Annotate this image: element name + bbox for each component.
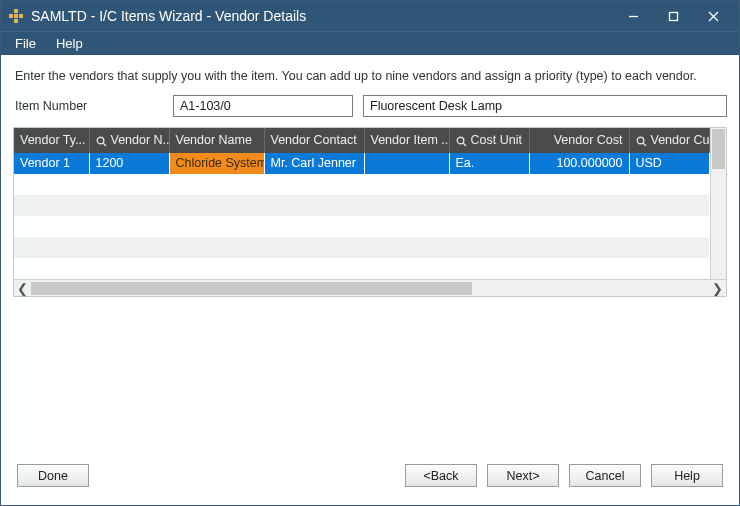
horizontal-scrollbar[interactable]: ❮ ❯	[14, 279, 726, 296]
col-vendor-number[interactable]: Vendor N...	[89, 128, 169, 153]
col-cost-unit[interactable]: Cost Unit	[449, 128, 529, 153]
maximize-button[interactable]	[653, 1, 693, 31]
search-icon	[636, 134, 647, 148]
svg-line-9	[643, 143, 646, 146]
help-button[interactable]: Help	[651, 464, 723, 487]
item-number-field[interactable]	[173, 95, 353, 117]
menu-bar: File Help	[1, 31, 739, 55]
col-vendor-item[interactable]: Vendor Item ...	[364, 128, 449, 153]
svg-point-8	[637, 137, 644, 144]
close-button[interactable]	[693, 1, 733, 31]
search-icon	[456, 134, 467, 148]
svg-line-7	[463, 143, 466, 146]
col-vendor-currency[interactable]: Vendor Cu...	[629, 128, 709, 153]
table-row[interactable]	[14, 195, 709, 216]
svg-point-4	[97, 137, 104, 144]
vendor-grid: Vendor Ty... Vendor N... Vendor Name Ven…	[13, 127, 727, 297]
table-row[interactable]	[14, 258, 709, 279]
vertical-scrollbar[interactable]	[710, 128, 727, 279]
svg-rect-1	[669, 12, 677, 20]
back-button[interactable]: <Back	[405, 464, 477, 487]
spacer	[99, 464, 395, 487]
col-vendor-contact[interactable]: Vendor Contact	[264, 128, 364, 153]
cell-vendor-contact[interactable]: Mr. Carl Jenner	[264, 153, 364, 174]
table-row[interactable]	[14, 216, 709, 237]
svg-line-5	[103, 143, 106, 146]
table-row[interactable]	[14, 174, 709, 195]
menu-file[interactable]: File	[5, 33, 46, 54]
button-bar: Done <Back Next> Cancel Help	[13, 454, 727, 497]
col-vendor-type[interactable]: Vendor Ty...	[14, 128, 89, 153]
intro-text: Enter the vendors that supply you with t…	[13, 65, 727, 93]
content-area: Enter the vendors that supply you with t…	[1, 55, 739, 505]
cell-vendor-type[interactable]: Vendor 1	[14, 153, 89, 174]
cell-cost-unit[interactable]: Ea.	[449, 153, 529, 174]
scroll-right-icon[interactable]: ❯	[709, 280, 726, 297]
col-vendor-cost[interactable]: Vendor Cost	[529, 128, 629, 153]
item-number-label: Item Number	[13, 99, 163, 113]
cancel-button[interactable]: Cancel	[569, 464, 641, 487]
cell-vendor-number[interactable]: 1200	[89, 153, 169, 174]
menu-help[interactable]: Help	[46, 33, 93, 54]
spacer	[13, 297, 727, 454]
cell-vendor-name[interactable]: Chloride Systems	[169, 153, 264, 174]
cell-vendor-cost[interactable]: 100.000000	[529, 153, 629, 174]
window-controls	[613, 1, 733, 31]
minimize-button[interactable]	[613, 1, 653, 31]
window-title: SAMLTD - I/C Items Wizard - Vendor Detai…	[31, 8, 613, 24]
search-icon	[96, 134, 107, 148]
item-description-field[interactable]	[363, 95, 727, 117]
item-number-row: Item Number	[13, 93, 727, 125]
title-bar[interactable]: SAMLTD - I/C Items Wizard - Vendor Detai…	[1, 1, 739, 31]
scroll-left-icon[interactable]: ❮	[14, 280, 31, 297]
col-vendor-name[interactable]: Vendor Name	[169, 128, 264, 153]
vendor-table[interactable]: Vendor Ty... Vendor N... Vendor Name Ven…	[14, 128, 710, 279]
table-row[interactable]	[14, 237, 709, 258]
next-button[interactable]: Next>	[487, 464, 559, 487]
done-button[interactable]: Done	[17, 464, 89, 487]
scrollbar-track[interactable]	[31, 281, 709, 296]
wizard-window: SAMLTD - I/C Items Wizard - Vendor Detai…	[0, 0, 740, 506]
cell-vendor-item[interactable]	[364, 153, 449, 174]
app-icon	[9, 9, 23, 23]
scrollbar-thumb[interactable]	[31, 282, 472, 295]
table-header-row: Vendor Ty... Vendor N... Vendor Name Ven…	[14, 128, 709, 153]
svg-point-6	[457, 137, 464, 144]
cell-vendor-currency[interactable]: USD	[629, 153, 709, 174]
scrollbar-thumb[interactable]	[712, 129, 726, 169]
table-row[interactable]: Vendor 1 1200 Chloride Systems Mr. Carl …	[14, 153, 709, 174]
